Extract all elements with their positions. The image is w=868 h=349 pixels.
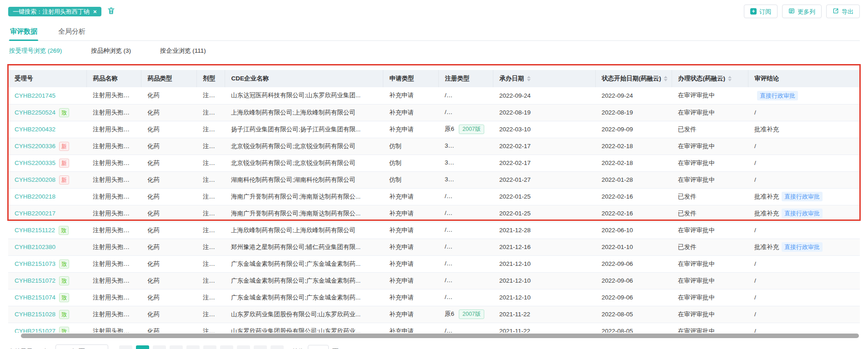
trash-icon [107, 6, 115, 16]
acceptance-no-cell: CYHB2250524致 [8, 104, 86, 121]
acceptance-no-link[interactable]: CYHS2200336 [15, 143, 55, 150]
sort-carets-icon[interactable] [728, 76, 732, 81]
acceptance-no-link[interactable]: CYHB2151073 [15, 260, 55, 267]
acceptance-no-link[interactable]: CYHB2200217 [15, 210, 55, 217]
column-header-9[interactable]: 办理状态(药融云) [672, 70, 748, 87]
close-icon[interactable]: × [93, 9, 97, 15]
accept-date-cell: 2021-12-10 [493, 289, 595, 306]
acceptance-no-link[interactable]: CYHS2200335 [15, 160, 55, 166]
column-header-7[interactable]: 承办日期 [493, 70, 595, 87]
sort-carets-icon[interactable] [527, 76, 531, 81]
conclusion-text: 批准补充 [754, 126, 779, 133]
apply-type-cell: 补充申请 [383, 239, 438, 255]
company-cell: 山东达冠医药科技有限公司;山东罗欣药业集团... [225, 87, 383, 104]
reg-type-cell: 原62007版 [438, 306, 493, 323]
more-pages-button[interactable]: ••• [237, 345, 250, 349]
horizontal-scrollbar[interactable] [21, 334, 859, 338]
conclusion-cell: 批准补充 [748, 121, 860, 138]
accept-date-cell: 2022-02-17 [493, 155, 595, 171]
view-tab-by-variety[interactable]: 按品种浏览 (3) [91, 47, 131, 55]
direct-approval-badge[interactable]: 直接行政审批 [782, 209, 823, 218]
reg-type-value: 原6 [445, 125, 454, 132]
acceptance-no-link[interactable]: CYHB2102380 [15, 244, 55, 250]
conclusion-cell: / [748, 138, 860, 155]
acceptance-no-link[interactable]: CYHB2200432 [15, 126, 55, 133]
accept-date-cell: 2022-02-17 [493, 138, 595, 155]
column-header-5: 申请类型 [383, 70, 438, 87]
plus-square-icon: + [750, 8, 757, 15]
column-header-3: 剂型 [196, 70, 225, 87]
drug-type-cell: 化药 [141, 289, 196, 306]
accept-date-cell: 2021-11-22 [493, 306, 595, 323]
acceptance-no-link[interactable]: CYHS2200208 [15, 176, 55, 183]
page-button-1[interactable]: 1 [136, 345, 149, 349]
acceptance-no-link[interactable]: CYHB2151027 [15, 328, 55, 333]
page-button-18[interactable]: 18 [254, 345, 267, 349]
reg-type-cell: /2016版化药 [438, 188, 493, 205]
direct-approval-badge[interactable]: 直接行政审批 [782, 192, 823, 201]
page-button-4[interactable]: 4 [186, 345, 200, 349]
status-start-date-cell: 2022-02-16 [595, 188, 672, 205]
page-button-6[interactable]: 6 [220, 345, 233, 349]
acceptance-no-link[interactable]: CYHB2151074 [15, 294, 55, 301]
top-toolbar: 一键搜索：注射用头孢西丁钠 × + 订阅 [8, 5, 860, 17]
export-button[interactable]: 导出 [826, 5, 860, 18]
accept-date-cell: 2022-01-25 [493, 188, 595, 205]
company-cell: 海南广升誉制药有限公司;海南斯达制药有限公... [225, 205, 383, 222]
column-header-8[interactable]: 状态开始日期(药融云) [595, 70, 672, 87]
acceptance-no-link[interactable]: CYHB2200218 [15, 193, 55, 200]
acceptance-no-cell: CYHB2200218 [8, 188, 86, 205]
apply-type-cell: 补充申请 [383, 255, 438, 272]
search-filter-tag[interactable]: 一键搜索：注射用头孢西丁钠 × [8, 7, 101, 16]
handle-status-cell: 已发件 [672, 205, 748, 222]
direct-approval-badge[interactable]: 直接行政审批 [757, 91, 798, 100]
table-row: CYHB2102380注射用头孢西丁钠化药注射剂郑州豫港之星制药有限公司;辅仁药… [8, 239, 860, 255]
status-start-date-cell: 2022-02-16 [595, 205, 672, 222]
conclusion-text: / [754, 109, 756, 116]
view-tab-by-acceptance-no[interactable]: 按受理号浏览 (269) [9, 47, 62, 55]
tab-review-data[interactable]: 审评数据 [9, 25, 38, 40]
acceptance-no-link[interactable]: CYHB2151028 [15, 311, 55, 318]
handle-status-cell: 在审评审批中 [672, 323, 748, 333]
drug-type-cell: 化药 [141, 323, 196, 333]
tab-global-analysis[interactable]: 全局分析 [57, 25, 86, 40]
more-columns-button[interactable]: 更多列 [782, 5, 822, 18]
reg-version-badge: 2007版 [459, 309, 484, 319]
acceptance-no-link[interactable]: CYHB2201745 [15, 92, 55, 99]
conclusion-text: / [754, 328, 756, 333]
page-size-select[interactable]: 15条/页 [55, 344, 108, 349]
drug-type-cell: 化药 [141, 155, 196, 171]
conclusion-text: / [754, 294, 756, 301]
drug-name-cell: 注射用头孢西丁钠 [86, 289, 141, 306]
company-cell: 海南广升誉制药有限公司;海南斯达制药有限公... [225, 188, 383, 205]
dosage-form-cell: 注射剂 [196, 323, 225, 333]
acceptance-no-link[interactable]: CYHB2250524 [15, 109, 55, 116]
table-body: CYHB2201745注射用头孢西丁钠化药注射剂山东达冠医药科技有限公司;山东罗… [8, 87, 860, 333]
reg-version-badge: 2016版化药 [451, 242, 488, 252]
next-page-button[interactable]: › [271, 345, 284, 349]
page-button-5[interactable]: 5 [203, 345, 216, 349]
page-button-2[interactable]: 2 [153, 345, 166, 349]
clear-filters-button[interactable] [107, 6, 115, 16]
acceptance-no-link[interactable]: CYHB2151072 [15, 277, 55, 284]
status-start-date-cell: 2022-06-10 [595, 222, 672, 239]
conclusion-text: / [754, 277, 756, 284]
prev-page-button[interactable]: ‹ [119, 345, 132, 349]
conclusion-cell: 批准补充直接行政审批 [748, 239, 860, 255]
drug-type-cell: 化药 [141, 188, 196, 205]
view-tab-by-company[interactable]: 按企业浏览 (111) [160, 47, 206, 55]
direct-approval-badge[interactable]: 直接行政审批 [782, 242, 823, 252]
acceptance-no-cell: CYHB2200217 [8, 205, 86, 222]
subscribe-button[interactable]: + 订阅 [744, 5, 778, 18]
table-row: CYHB2151072致注射用头孢西丁钠化药注射剂广东金城金素制药有限公司;广东… [8, 272, 860, 289]
page-button-3[interactable]: 3 [170, 345, 183, 349]
reg-type-value: / [445, 277, 452, 284]
reg-type-value: / [445, 294, 452, 300]
goto-page-input[interactable] [308, 345, 329, 349]
conclusion-cell: / [748, 289, 860, 306]
acceptance-no-link[interactable]: CYHB2151122 [15, 227, 55, 234]
reg-type-cell: /2016版化药 [438, 323, 493, 333]
reg-type-value: / [445, 226, 452, 233]
sort-carets-icon[interactable] [664, 76, 667, 81]
table-row: CYHB2151073致注射用头孢西丁钠化药注射剂广东金城金素制药有限公司;广东… [8, 255, 860, 272]
